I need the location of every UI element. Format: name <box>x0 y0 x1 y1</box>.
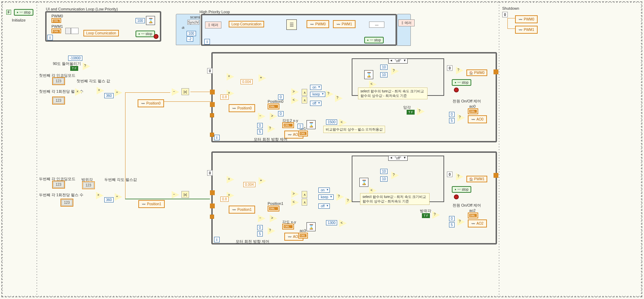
ring-keep-2[interactable]: keep <box>318 194 334 200</box>
greater-prim-icon: > <box>270 113 277 120</box>
fpga-ao0[interactable]: AO0 <box>468 115 487 123</box>
ring-on-1[interactable]: on <box>310 85 321 90</box>
stop-button-ui[interactable]: 〰stop <box>136 31 155 37</box>
comment-select-note2: select 함수의 ture값 - 최저 속도 크기비교함수의 상수값 - 최… <box>360 193 430 205</box>
ao1-indicator: DBL <box>298 131 308 136</box>
fpga-pwm1-hp[interactable]: PWM1 <box>333 20 356 28</box>
zero-shutdown: 0 <box>502 12 508 17</box>
local-pwm0-write[interactable]: PWM0 <box>466 69 487 76</box>
fpga-pwm0-shutdown[interactable]: PWM0 <box>515 15 538 23</box>
abs-prim-icon: |x| <box>181 88 189 95</box>
subvi-icon: ⌛ <box>359 178 368 187</box>
ctl-enc-mode2[interactable]: 123 <box>52 181 65 189</box>
const-360-a: 360 <box>104 93 114 98</box>
ring-off-1[interactable]: off <box>310 101 321 106</box>
stop-button-m2[interactable]: 〰stop <box>452 186 471 193</box>
wire <box>163 101 211 102</box>
const-10-a2: 10 <box>380 72 388 77</box>
select-prim-icon: ? <box>456 67 464 74</box>
const-neg10800: -10800 <box>68 56 82 61</box>
const-5-d: 5 <box>449 222 455 227</box>
hp-slider[interactable]: — <box>369 22 384 28</box>
subtract-prim-icon: − <box>258 215 266 222</box>
multiply-prim-icon: × <box>227 73 234 81</box>
bool-tf-elev[interactable]: T F <box>407 110 415 115</box>
tunnel-icon <box>210 113 214 117</box>
ring-keep-1[interactable]: keep <box>310 92 325 97</box>
const-5-b: 5 <box>257 231 263 236</box>
pos0-indicator: DBL <box>268 103 279 109</box>
lbl-ao2: ao2 <box>469 208 475 213</box>
const-10-a1: 10 <box>380 65 388 70</box>
ctl-azimuth[interactable]: 123 <box>82 181 95 189</box>
error-in: ‖ 에러 <box>205 22 221 28</box>
greater-prim-icon: > <box>270 215 277 222</box>
const-0-a: 0 <box>257 123 263 128</box>
const-0-z2: 0 <box>278 111 284 116</box>
ui-loop-label: UI and Communication Loop (Low Priority) <box>46 7 118 11</box>
and-prim-icon: ∧ <box>302 199 307 206</box>
loop-comm-vi-ref[interactable]: Loop Comunication <box>83 30 119 36</box>
select-prim-icon: ? <box>268 125 275 133</box>
zero-tunnel-case2: 0 <box>447 172 453 177</box>
pos1-indicator: DBL <box>268 206 279 211</box>
lbl-ao0: ao0 <box>469 104 475 108</box>
wait-ms-icon: ⌛ <box>146 16 155 25</box>
less-prim-icon: < <box>291 97 299 104</box>
case-selector-m2[interactable]: "off" <box>388 156 408 161</box>
fpga-pwm1-shutdown[interactable]: PWM1 <box>515 26 538 34</box>
synchr-field: Synchr <box>187 20 199 25</box>
bool-tf-90lift[interactable]: T F <box>70 66 78 71</box>
stop-button-init[interactable]: 〰stop <box>14 9 33 16</box>
greater-prim-icon: > <box>291 190 299 198</box>
select-prim-icon: ? <box>391 172 399 179</box>
fpga-pwm0-hp[interactable]: PWM0 <box>307 20 329 28</box>
bool-tf-azimuth[interactable]: T F <box>422 213 430 218</box>
ring-on-2[interactable]: on <box>318 188 330 193</box>
ring-off-2[interactable]: off <box>318 204 330 209</box>
lbl-pos0-ind: Position0 <box>268 99 283 103</box>
dt-100: 100 <box>187 31 196 36</box>
dt-neg2: -2 <box>187 36 193 42</box>
fpga-position1-inner[interactable]: Position1 <box>229 206 255 214</box>
fpga-position0-read[interactable]: Position0 <box>138 99 164 107</box>
subvi-icon: ⌛ <box>307 120 316 129</box>
fpga-position1-read[interactable]: Position1 <box>138 200 165 208</box>
local-pwm1-write[interactable]: PWM1 <box>466 176 487 182</box>
ctl-ppr2[interactable]: 123 <box>60 199 73 207</box>
lbl-pulse-val1: 첫번째 각도 펄스 값 <box>76 78 110 84</box>
const-1500: 1500 <box>326 119 337 125</box>
seq-f-icon: F <box>6 10 11 15</box>
const-1300: 1300 <box>326 220 337 225</box>
shift-register-icon <box>210 90 215 94</box>
timed-loop-right-header <box>397 14 411 46</box>
const-0-c: 0 <box>449 112 455 117</box>
less-prim-icon: < <box>291 199 299 206</box>
ctl-enc-mode1[interactable]: 123 <box>52 77 65 85</box>
i-terminal-m2: i <box>214 237 220 242</box>
less-prim-icon: < <box>369 81 377 88</box>
anglexy-indicator: DBL <box>282 224 294 230</box>
block-diagram: F 〰stop Initialize UI and Communication … <box>0 0 644 299</box>
select-prim-icon: ? <box>326 90 334 98</box>
fpga-position0-inner[interactable]: Position0 <box>229 104 255 112</box>
ao3-indicator: DBL <box>298 233 308 239</box>
stop-button-hp[interactable]: 〰stop <box>364 37 384 43</box>
stop-led-icon <box>454 88 459 92</box>
hp-loop-label: High Priority Loop <box>199 10 230 14</box>
fpga-ao2[interactable]: AO2 <box>468 219 487 227</box>
const-0-d: 0 <box>449 216 455 221</box>
ao0-indicator: DBL <box>468 108 478 114</box>
stop-button-m1[interactable]: 〰stop <box>452 79 471 86</box>
divide-prim-icon: ÷ <box>115 193 122 201</box>
ctl-ppr1[interactable]: 123 <box>52 97 65 105</box>
lbl-pos1-ind: Position1 <box>268 201 283 206</box>
comment-select-note1: select 함수의 ture값 - 최저 속도 크기비교함수의 상수값 - 최… <box>358 88 427 99</box>
subtract-prim-icon: − <box>172 88 179 96</box>
select-prim-icon: ? <box>336 193 344 201</box>
loop-comm-vi-ref-hp[interactable]: Loop Comunication <box>229 21 264 27</box>
select-prim-icon: ? <box>457 218 465 226</box>
scans-label: scans <box>190 15 200 19</box>
case-selector-m1[interactable]: "off" <box>388 58 408 64</box>
divide-prim-icon: ÷ <box>115 89 122 97</box>
